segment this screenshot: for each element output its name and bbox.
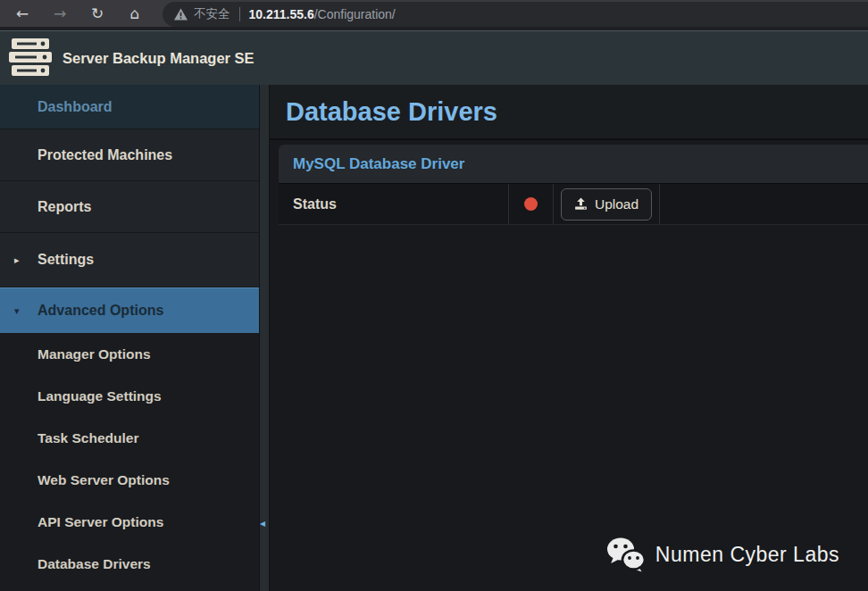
sidebar-nav: Dashboard Protected Machines Reports ▸ S… — [0, 85, 259, 591]
sidebar-subitem-api-server-options[interactable]: API Server Options — [0, 501, 259, 543]
page-title: Database Drivers — [286, 97, 497, 127]
sidebar-subitem-manager-options[interactable]: Manager Options — [0, 333, 259, 375]
upload-button[interactable]: Upload — [561, 188, 652, 221]
reload-icon[interactable]: ↻ — [88, 6, 107, 21]
app-header: Server Backup Manager SE — [0, 30, 868, 85]
forward-icon[interactable]: → — [50, 6, 70, 21]
url-divider — [239, 7, 240, 21]
sidebar-subitem-database-drivers[interactable]: Database Drivers — [0, 543, 259, 585]
browser-toolbar: ← → ↻ ⌂ 不安全 10.211.55.6 /Configuration/ — [0, 0, 868, 27]
wechat-icon — [605, 536, 647, 573]
sidebar-item-protected-machines[interactable]: Protected Machines — [0, 129, 259, 181]
address-bar[interactable]: 不安全 10.211.55.6 /Configuration/ — [163, 2, 868, 27]
mysql-driver-panel: MySQL Database Driver Status — [279, 145, 868, 225]
status-indicator-dot — [524, 197, 538, 211]
caret-down-icon: ▾ — [14, 305, 20, 317]
warning-icon — [174, 8, 188, 21]
table-row: Status Upload — [279, 183, 868, 225]
sidebar-item-label: Reports — [38, 199, 91, 215]
sidebar-item-dashboard[interactable]: Dashboard — [0, 85, 259, 129]
sidebar-item-label: Settings — [38, 252, 94, 268]
sidebar-item-advanced-options[interactable]: ▾ Advanced Options — [0, 287, 259, 333]
status-label: Status — [279, 184, 509, 224]
sidebar-subitem-language-settings[interactable]: Language Settings — [0, 375, 259, 417]
server-stack-icon — [9, 38, 52, 78]
sidebar-subitem-web-server-options[interactable]: Web Server Options — [0, 459, 259, 501]
url-path: /Configuration/ — [314, 7, 396, 21]
sidebar-subitem-task-scheduler[interactable]: Task Scheduler — [0, 417, 259, 459]
sidebar-item-reports[interactable]: Reports — [0, 181, 259, 233]
home-icon[interactable]: ⌂ — [125, 6, 145, 21]
empty-cell — [660, 184, 868, 224]
collapse-sidebar-icon[interactable]: ◂ — [260, 517, 265, 529]
security-status-label[interactable]: 不安全 — [194, 6, 230, 22]
panel-title: MySQL Database Driver — [279, 145, 868, 183]
sidebar-item-label: Advanced Options — [38, 303, 163, 319]
url-host: 10.211.55.6 — [249, 7, 314, 21]
sidebar-resize-gutter[interactable]: ◂ — [259, 85, 270, 591]
sidebar-item-label: Protected Machines — [38, 147, 172, 163]
watermark: Numen Cyber Labs — [605, 536, 839, 573]
sidebar-item-settings[interactable]: ▸ Settings — [0, 233, 259, 287]
watermark-text: Numen Cyber Labs — [655, 543, 839, 567]
main-content: Database Drivers MySQL Database Driver S… — [270, 85, 868, 591]
caret-right-icon: ▸ — [14, 254, 20, 266]
upload-cell: Upload — [554, 184, 660, 224]
app-title: Server Backup Manager SE — [63, 50, 255, 67]
upload-button-label: Upload — [595, 196, 638, 212]
back-icon[interactable]: ← — [13, 6, 32, 21]
sidebar-filler — [0, 585, 259, 591]
page-title-band: Database Drivers — [270, 85, 868, 140]
upload-icon — [574, 197, 588, 211]
status-cell — [509, 184, 554, 224]
sidebar-item-label: Dashboard — [38, 99, 113, 115]
